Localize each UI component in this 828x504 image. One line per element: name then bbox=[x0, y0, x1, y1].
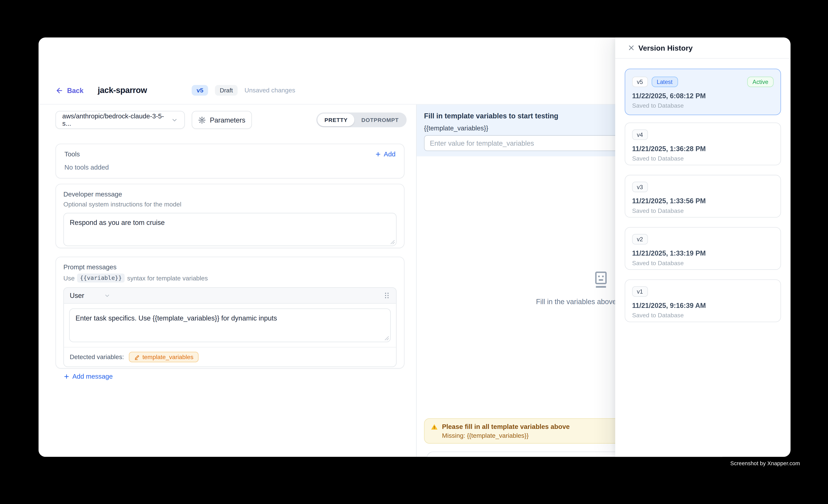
syntax-hint-prefix: Use bbox=[64, 275, 75, 282]
chevron-down-icon bbox=[104, 292, 111, 299]
watermark-text: Screenshot by Xnapper.com bbox=[730, 460, 800, 466]
add-message-label: Add message bbox=[72, 373, 113, 380]
toggle-dotprompt[interactable]: DOTPROMPT bbox=[355, 114, 406, 126]
detected-variable-name: template_variables bbox=[142, 354, 194, 360]
syntax-hint: Use {{variable}} syntax for template var… bbox=[64, 274, 397, 283]
developer-message-input[interactable]: Respond as you are tom cruise bbox=[64, 213, 397, 246]
detected-variables-label: Detected variables: bbox=[70, 353, 124, 361]
arrow-left-icon bbox=[55, 86, 64, 94]
draft-badge: Draft bbox=[215, 85, 238, 96]
resize-handle-icon[interactable] bbox=[384, 336, 389, 341]
tools-card: Tools Add No tools added bbox=[55, 143, 405, 178]
version-status: Saved to Database bbox=[632, 208, 774, 214]
syntax-hint-suffix: syntax for template variables bbox=[127, 275, 208, 282]
version-history-panel: Version History v5 Latest Active 11/22/2… bbox=[615, 37, 791, 457]
prompt-message-block: User bbox=[64, 287, 397, 367]
version-card-v4[interactable]: v4 11/21/2025, 1:36:28 PM Saved to Datab… bbox=[625, 123, 781, 165]
version-list: v5 Latest Active 11/22/2025, 6:08:12 PM … bbox=[615, 58, 791, 457]
warning-triangle-icon bbox=[431, 423, 438, 430]
chevron-down-icon bbox=[171, 117, 178, 123]
message-content-input[interactable]: Enter task specifics. Use {{template_var… bbox=[69, 308, 391, 342]
version-tag: v4 bbox=[632, 129, 648, 140]
plus-icon bbox=[375, 151, 381, 158]
add-tool-label: Add bbox=[384, 151, 396, 158]
role-select[interactable]: User bbox=[70, 292, 111, 299]
tools-title: Tools bbox=[65, 151, 80, 158]
version-card-v3[interactable]: v3 11/21/2025, 1:33:56 PM Saved to Datab… bbox=[625, 175, 781, 217]
version-badge: v5 bbox=[192, 85, 208, 96]
editor-toolbar: aws/anthropic/bedrock-claude-3-5-s... Pa… bbox=[55, 111, 407, 129]
page-title: jack-sparrow bbox=[98, 86, 147, 95]
message-header: User bbox=[64, 288, 396, 303]
screenshot-stage: Back jack-sparrow v5 Draft Unsaved chang… bbox=[0, 0, 828, 504]
prompt-messages-title: Prompt messages bbox=[64, 263, 397, 271]
prompt-editor-pane: aws/anthropic/bedrock-claude-3-5-s... Pa… bbox=[39, 104, 416, 457]
version-tag: v5 bbox=[632, 77, 648, 87]
add-tool-button[interactable]: Add bbox=[375, 151, 396, 158]
version-tag: v3 bbox=[632, 182, 648, 192]
version-history-header: Version History bbox=[615, 37, 791, 58]
unsaved-changes-text: Unsaved changes bbox=[244, 87, 295, 94]
role-select-value: User bbox=[70, 292, 84, 299]
toggle-pretty[interactable]: PRETTY bbox=[318, 114, 355, 126]
app-window: Back jack-sparrow v5 Draft Unsaved chang… bbox=[39, 37, 791, 457]
grip-dots-icon[interactable] bbox=[383, 292, 390, 299]
x-icon bbox=[627, 44, 635, 52]
latest-badge: Latest bbox=[652, 77, 678, 87]
version-timestamp: 11/21/2025, 1:33:56 PM bbox=[632, 197, 774, 205]
warning-title: Please fill in all template variables ab… bbox=[442, 423, 570, 430]
parameters-button[interactable]: Parameters bbox=[192, 111, 252, 129]
resize-handle-icon[interactable] bbox=[390, 240, 395, 245]
variable-syntax-chip: {{variable}} bbox=[77, 274, 125, 283]
model-select-value: aws/anthropic/bedrock-claude-3-5-s... bbox=[62, 113, 171, 127]
version-status: Saved to Database bbox=[632, 155, 774, 162]
back-label: Back bbox=[67, 86, 83, 94]
parameters-label: Parameters bbox=[210, 116, 245, 124]
version-card-v2[interactable]: v2 11/21/2025, 1:33:19 PM Saved to Datab… bbox=[625, 227, 781, 270]
tools-empty-text: No tools added bbox=[65, 164, 396, 171]
version-status: Saved to Database bbox=[632, 312, 774, 319]
detected-variables-row: Detected variables: template_variables bbox=[64, 347, 396, 367]
bot-face-icon bbox=[591, 270, 611, 289]
developer-message-subtitle: Optional system instructions for the mod… bbox=[64, 201, 397, 208]
close-panel-button[interactable] bbox=[626, 43, 636, 53]
detected-variable-chip[interactable]: template_variables bbox=[129, 352, 199, 362]
active-badge: Active bbox=[747, 77, 774, 87]
version-card-v1[interactable]: v1 11/21/2025, 9:16:39 AM Saved to Datab… bbox=[625, 279, 781, 322]
gear-icon bbox=[198, 116, 206, 124]
version-card-v5[interactable]: v5 Latest Active 11/22/2025, 6:08:12 PM … bbox=[625, 69, 781, 115]
version-tag: v2 bbox=[632, 234, 648, 245]
version-timestamp: 11/22/2025, 6:08:12 PM bbox=[632, 92, 774, 100]
add-message-button[interactable]: Add message bbox=[64, 373, 397, 380]
format-toggle: PRETTY DOTPROMPT bbox=[317, 113, 407, 127]
prompt-messages-card: Prompt messages Use {{variable}} syntax … bbox=[55, 257, 405, 369]
version-timestamp: 11/21/2025, 1:36:28 PM bbox=[632, 145, 774, 153]
version-timestamp: 11/21/2025, 1:33:19 PM bbox=[632, 249, 774, 257]
back-button[interactable]: Back bbox=[55, 86, 84, 94]
pencil-icon bbox=[134, 354, 140, 360]
version-history-title: Version History bbox=[638, 44, 693, 52]
version-status: Saved to Database bbox=[632, 260, 774, 266]
developer-message-title: Developer message bbox=[64, 191, 397, 198]
developer-message-card: Developer message Optional system instru… bbox=[55, 184, 405, 248]
version-status: Saved to Database bbox=[632, 102, 774, 109]
version-timestamp: 11/21/2025, 9:16:39 AM bbox=[632, 301, 774, 309]
status-badges: v5 Draft Unsaved changes bbox=[192, 85, 295, 96]
version-tag: v1 bbox=[632, 286, 648, 297]
model-select[interactable]: aws/anthropic/bedrock-claude-3-5-s... bbox=[55, 111, 185, 129]
plus-icon bbox=[64, 373, 70, 380]
